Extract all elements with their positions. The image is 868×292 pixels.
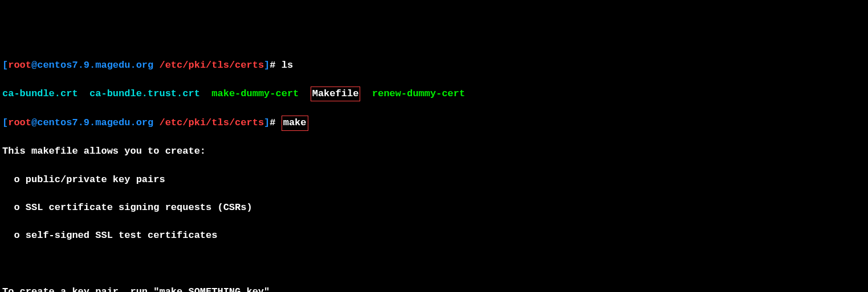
bracket: [ bbox=[2, 117, 8, 128]
output-line: o SSL certificate signing requests (CSRs… bbox=[2, 201, 866, 215]
hash: # bbox=[270, 60, 281, 71]
prompt-host: centos7.9.magedu.org bbox=[37, 60, 153, 71]
file-renew-dummy-cert: renew-dummy-cert bbox=[372, 88, 465, 99]
space bbox=[299, 88, 310, 99]
bracket: ] bbox=[264, 60, 270, 71]
terminal-line-prompt2: [root@centos7.9.magedu.org /etc/pki/tls/… bbox=[2, 116, 866, 131]
file-ca-bundle-trust: ca-bundle.trust.crt bbox=[89, 88, 200, 99]
output-line-blank bbox=[2, 257, 866, 272]
bracket: [ bbox=[2, 60, 8, 71]
space bbox=[153, 60, 159, 71]
prompt-path: /etc/pki/tls/certs bbox=[159, 60, 264, 71]
file-make-dummy-cert: make-dummy-cert bbox=[211, 88, 299, 99]
at-sign: @ bbox=[31, 60, 37, 71]
output-line: o self-signed SSL test certificates bbox=[2, 229, 866, 243]
space bbox=[78, 88, 89, 99]
prompt-path: /etc/pki/tls/certs bbox=[159, 117, 264, 128]
terminal-line-prompt1: [root@centos7.9.magedu.org /etc/pki/tls/… bbox=[2, 59, 866, 73]
output-line: o public/private key pairs bbox=[2, 173, 866, 187]
prompt-user: root bbox=[8, 117, 31, 128]
prompt-host: centos7.9.magedu.org bbox=[37, 117, 153, 128]
bracket: ] bbox=[264, 117, 270, 128]
space bbox=[360, 88, 372, 99]
highlight-makefile: Makefile bbox=[311, 87, 361, 102]
highlight-make: make bbox=[282, 116, 308, 131]
command-ls[interactable]: ls bbox=[282, 60, 293, 71]
output-line: This makefile allows you to create: bbox=[2, 145, 866, 159]
output-line: To create a key pair, run "make SOMETHIN… bbox=[2, 285, 866, 292]
space bbox=[200, 88, 211, 99]
hash: # bbox=[270, 117, 281, 128]
terminal-line-ls-output: ca-bundle.crt ca-bundle.trust.crt make-d… bbox=[2, 87, 866, 102]
at-sign: @ bbox=[31, 117, 37, 128]
space bbox=[153, 117, 159, 128]
file-makefile: Makefile bbox=[312, 88, 359, 99]
command-make[interactable]: make bbox=[283, 117, 307, 128]
file-ca-bundle: ca-bundle.crt bbox=[2, 88, 78, 99]
prompt-user: root bbox=[8, 60, 31, 71]
